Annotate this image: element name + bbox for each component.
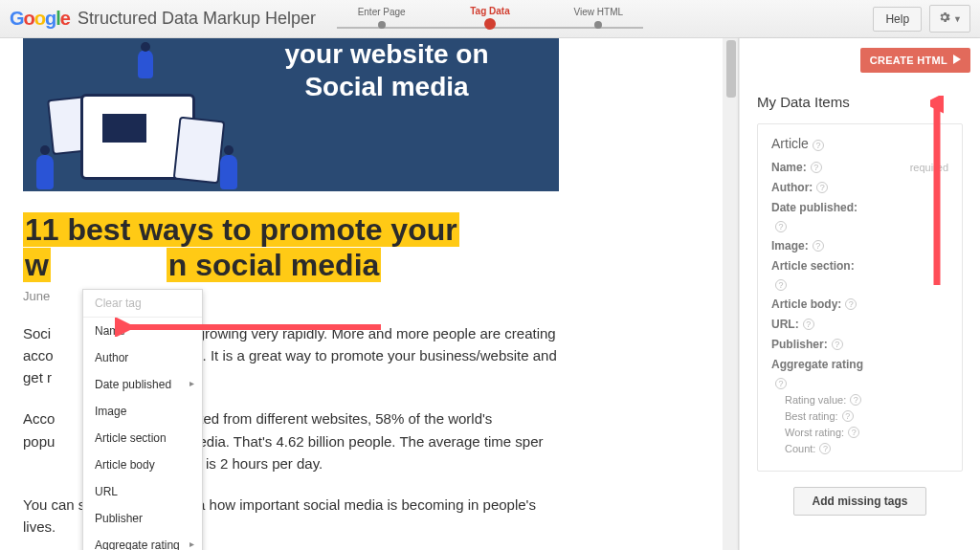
help-icon[interactable]: ? <box>775 279 787 291</box>
chevron-down-icon: ▼ <box>953 14 962 24</box>
step-label: Tag Data <box>470 6 510 16</box>
field-rating-value[interactable]: Rating value:? <box>785 394 948 406</box>
field-author[interactable]: Author:? <box>771 181 948 194</box>
create-html-button[interactable]: CREATE HTML <box>860 48 970 73</box>
ctx-url[interactable]: URL <box>83 478 202 505</box>
schema-type: Article? <box>771 136 948 151</box>
ctx-image[interactable]: Image <box>83 398 202 425</box>
ctx-date-published[interactable]: Date published <box>83 371 202 398</box>
step-tag-data[interactable]: Tag Data <box>435 6 544 30</box>
settings-button[interactable]: ▼ <box>929 5 970 33</box>
help-icon[interactable]: ? <box>813 240 824 252</box>
field-publisher[interactable]: Publisher:? <box>771 338 948 351</box>
field-image[interactable]: Image:? <box>771 239 948 253</box>
step-enter-page[interactable]: Enter Page <box>327 7 435 29</box>
field-best-rating[interactable]: Best rating:? <box>785 410 948 422</box>
help-icon[interactable]: ? <box>850 394 861 406</box>
main-area: your website on Social media 11 best way… <box>0 38 980 550</box>
ctx-article-body[interactable]: Article body <box>83 451 202 478</box>
field-worst-rating[interactable]: Worst rating:? <box>785 427 948 438</box>
add-missing-tags-button[interactable]: Add missing tags <box>793 487 925 516</box>
article-title[interactable]: 11 best ways to promote your website on … <box>23 212 540 283</box>
ctx-clear-tag: Clear tag <box>83 290 202 317</box>
annotation-arrow-left <box>115 318 383 337</box>
create-html-label: CREATE HTML <box>870 55 947 66</box>
help-icon[interactable]: ? <box>775 378 787 389</box>
ctx-aggregate-rating[interactable]: Aggregate rating <box>83 532 202 550</box>
google-logo: Google <box>10 8 70 30</box>
aggregate-rating-subgroup: Rating value:? Best rating:? Worst ratin… <box>785 394 948 454</box>
field-aggregate-rating[interactable]: Aggregate rating <box>771 358 948 371</box>
page-preview[interactable]: your website on Social media 11 best way… <box>0 38 739 550</box>
header-bar: Google Structured Data Markup Helper Ent… <box>0 0 980 38</box>
step-indicator: Enter Page Tag Data View HTML <box>327 6 653 30</box>
step-view-html[interactable]: View HTML <box>545 7 653 29</box>
annotation-arrow-up <box>930 96 944 287</box>
scrollbar-track[interactable] <box>723 38 738 550</box>
help-icon[interactable]: ? <box>842 410 854 422</box>
help-icon[interactable]: ? <box>813 140 824 151</box>
help-icon[interactable]: ? <box>848 427 859 438</box>
help-icon[interactable]: ? <box>832 339 843 350</box>
app-title: Structured Data Markup Helper <box>78 9 316 29</box>
help-button[interactable]: Help <box>873 7 922 32</box>
hero-illustration <box>33 48 243 191</box>
step-label: View HTML <box>574 7 624 17</box>
help-icon[interactable]: ? <box>811 162 822 173</box>
field-url[interactable]: URL:? <box>771 318 948 331</box>
field-name[interactable]: Name:? required <box>771 161 948 174</box>
help-icon[interactable]: ? <box>775 221 787 232</box>
field-article-section[interactable]: Article section: <box>771 259 948 273</box>
scrollbar-thumb[interactable] <box>726 40 736 98</box>
help-icon[interactable]: ? <box>819 443 831 454</box>
help-icon[interactable]: ? <box>816 182 828 193</box>
hero-text: your website on Social media <box>243 38 530 102</box>
ctx-article-section[interactable]: Article section <box>83 425 202 451</box>
help-icon[interactable]: ? <box>845 298 857 310</box>
help-icon[interactable]: ? <box>803 319 814 330</box>
field-count[interactable]: Count:? <box>785 443 948 454</box>
data-items-panel: CREATE HTML My Data Items Article? Name:… <box>739 38 980 550</box>
gear-icon <box>938 11 951 27</box>
field-article-body[interactable]: Article body:? <box>771 297 948 311</box>
ctx-publisher[interactable]: Publisher <box>83 505 202 532</box>
chevron-right-icon <box>953 55 961 66</box>
hero-banner: your website on Social media <box>23 38 559 191</box>
ctx-author[interactable]: Author <box>83 344 202 371</box>
step-label: Enter Page <box>358 7 406 17</box>
field-date-published[interactable]: Date published: <box>771 201 948 214</box>
